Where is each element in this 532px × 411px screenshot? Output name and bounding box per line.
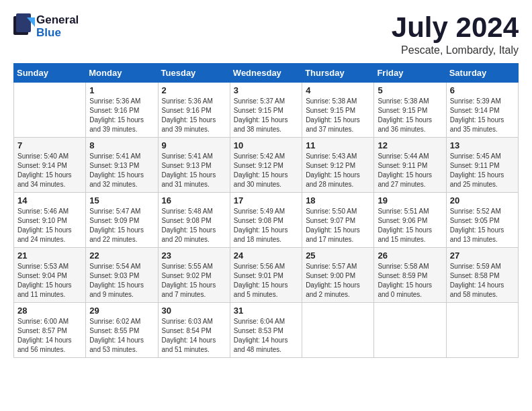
week-row-4: 21Sunrise: 5:53 AM Sunset: 9:04 PM Dayli…: [14, 248, 519, 303]
day-cell: 4Sunrise: 5:38 AM Sunset: 9:15 PM Daylig…: [302, 83, 374, 138]
day-number: 7: [17, 140, 82, 150]
day-cell: 5Sunrise: 5:38 AM Sunset: 9:15 PM Daylig…: [374, 83, 446, 138]
day-info: Sunrise: 5:39 AM Sunset: 9:14 PM Dayligh…: [450, 97, 515, 134]
day-info: Sunrise: 5:45 AM Sunset: 9:11 PM Dayligh…: [450, 152, 515, 189]
day-cell: 13Sunrise: 5:45 AM Sunset: 9:11 PM Dayli…: [446, 138, 518, 193]
day-cell: 25Sunrise: 5:57 AM Sunset: 9:00 PM Dayli…: [302, 248, 374, 303]
day-number: 6: [450, 85, 515, 95]
day-number: 5: [378, 85, 442, 95]
calendar-table: SundayMondayTuesdayWednesdayThursdayFrid…: [13, 63, 519, 358]
week-row-1: 1Sunrise: 5:36 AM Sunset: 9:16 PM Daylig…: [14, 83, 519, 138]
logo: General Blue: [13, 13, 79, 40]
day-cell: 29Sunrise: 6:02 AM Sunset: 8:55 PM Dayli…: [86, 303, 158, 358]
day-number: 29: [89, 306, 154, 316]
day-cell: 31Sunrise: 6:04 AM Sunset: 8:53 PM Dayli…: [230, 303, 302, 358]
day-number: 4: [306, 85, 370, 95]
day-number: 21: [17, 250, 82, 261]
calendar-body: 1Sunrise: 5:36 AM Sunset: 9:16 PM Daylig…: [14, 83, 519, 358]
day-cell: 19Sunrise: 5:51 AM Sunset: 9:06 PM Dayli…: [374, 193, 446, 248]
day-number: 2: [162, 85, 226, 95]
week-row-5: 28Sunrise: 6:00 AM Sunset: 8:57 PM Dayli…: [14, 303, 519, 358]
day-number: 20: [450, 195, 515, 205]
day-info: Sunrise: 5:37 AM Sunset: 9:15 PM Dayligh…: [234, 97, 298, 134]
day-number: 12: [378, 140, 442, 150]
day-info: Sunrise: 5:51 AM Sunset: 9:06 PM Dayligh…: [378, 207, 442, 244]
day-number: 17: [234, 195, 298, 205]
day-cell: 12Sunrise: 5:44 AM Sunset: 9:11 PM Dayli…: [374, 138, 446, 193]
day-info: Sunrise: 5:46 AM Sunset: 9:10 PM Dayligh…: [17, 207, 82, 244]
day-number: 19: [378, 195, 442, 205]
day-info: Sunrise: 5:59 AM Sunset: 8:58 PM Dayligh…: [450, 262, 515, 300]
day-number: 10: [234, 140, 298, 150]
day-cell: 30Sunrise: 6:03 AM Sunset: 8:54 PM Dayli…: [158, 303, 230, 358]
day-number: 25: [306, 250, 370, 261]
day-cell: 1Sunrise: 5:36 AM Sunset: 9:16 PM Daylig…: [86, 83, 158, 138]
title-area: July 2024 Pescate, Lombardy, Italy: [392, 13, 519, 56]
day-cell: 14Sunrise: 5:46 AM Sunset: 9:10 PM Dayli…: [14, 193, 86, 248]
day-cell: 2Sunrise: 5:36 AM Sunset: 9:16 PM Daylig…: [158, 83, 230, 138]
day-number: 16: [162, 195, 226, 205]
day-number: 23: [162, 250, 226, 261]
day-number: 27: [450, 250, 515, 261]
day-cell: 20Sunrise: 5:52 AM Sunset: 9:05 PM Dayli…: [446, 193, 518, 248]
day-cell: 15Sunrise: 5:47 AM Sunset: 9:09 PM Dayli…: [86, 193, 158, 248]
day-info: Sunrise: 5:54 AM Sunset: 9:03 PM Dayligh…: [89, 262, 154, 300]
day-cell: [302, 303, 374, 358]
day-info: Sunrise: 5:50 AM Sunset: 9:07 PM Dayligh…: [306, 207, 370, 244]
day-info: Sunrise: 5:41 AM Sunset: 9:13 PM Dayligh…: [162, 152, 226, 189]
month-title: July 2024: [392, 13, 519, 42]
day-number: 14: [17, 195, 82, 205]
day-info: Sunrise: 5:58 AM Sunset: 8:59 PM Dayligh…: [378, 262, 442, 300]
day-number: 13: [450, 140, 515, 150]
logo-blue: Blue: [36, 27, 79, 40]
day-cell: 3Sunrise: 5:37 AM Sunset: 9:15 PM Daylig…: [230, 83, 302, 138]
svg-rect-1: [16, 13, 31, 32]
day-cell: 28Sunrise: 6:00 AM Sunset: 8:57 PM Dayli…: [14, 303, 86, 358]
day-info: Sunrise: 6:00 AM Sunset: 8:57 PM Dayligh…: [17, 317, 82, 355]
day-cell: 11Sunrise: 5:43 AM Sunset: 9:12 PM Dayli…: [302, 138, 374, 193]
day-info: Sunrise: 5:48 AM Sunset: 9:08 PM Dayligh…: [162, 207, 226, 244]
column-header-friday: Friday: [374, 64, 446, 83]
day-number: 3: [234, 85, 298, 95]
location-title: Pescate, Lombardy, Italy: [392, 44, 519, 56]
day-cell: 24Sunrise: 5:56 AM Sunset: 9:01 PM Dayli…: [230, 248, 302, 303]
day-number: 28: [17, 306, 82, 316]
day-number: 18: [306, 195, 370, 205]
day-number: 9: [162, 140, 226, 150]
day-number: 8: [89, 140, 154, 150]
day-cell: 23Sunrise: 5:55 AM Sunset: 9:02 PM Dayli…: [158, 248, 230, 303]
day-number: 30: [162, 306, 226, 316]
day-info: Sunrise: 6:03 AM Sunset: 8:54 PM Dayligh…: [162, 317, 226, 355]
week-row-3: 14Sunrise: 5:46 AM Sunset: 9:10 PM Dayli…: [14, 193, 519, 248]
day-info: Sunrise: 5:52 AM Sunset: 9:05 PM Dayligh…: [450, 207, 515, 244]
day-cell: 22Sunrise: 5:54 AM Sunset: 9:03 PM Dayli…: [86, 248, 158, 303]
day-info: Sunrise: 5:43 AM Sunset: 9:12 PM Dayligh…: [306, 152, 370, 189]
day-cell: 7Sunrise: 5:40 AM Sunset: 9:14 PM Daylig…: [14, 138, 86, 193]
page-header: General Blue July 2024 Pescate, Lombardy…: [13, 13, 519, 56]
day-info: Sunrise: 5:42 AM Sunset: 9:12 PM Dayligh…: [234, 152, 298, 189]
day-cell: [446, 303, 518, 358]
day-number: 26: [378, 250, 442, 261]
column-header-saturday: Saturday: [446, 64, 518, 83]
day-info: Sunrise: 5:38 AM Sunset: 9:15 PM Dayligh…: [306, 97, 370, 134]
day-info: Sunrise: 6:04 AM Sunset: 8:53 PM Dayligh…: [234, 317, 298, 355]
day-info: Sunrise: 5:38 AM Sunset: 9:15 PM Dayligh…: [378, 97, 442, 134]
column-header-monday: Monday: [86, 64, 158, 83]
day-info: Sunrise: 5:56 AM Sunset: 9:01 PM Dayligh…: [234, 262, 298, 300]
column-header-wednesday: Wednesday: [230, 64, 302, 83]
day-info: Sunrise: 6:02 AM Sunset: 8:55 PM Dayligh…: [89, 317, 154, 355]
day-info: Sunrise: 5:36 AM Sunset: 9:16 PM Dayligh…: [162, 97, 226, 134]
week-row-2: 7Sunrise: 5:40 AM Sunset: 9:14 PM Daylig…: [14, 138, 519, 193]
column-header-sunday: Sunday: [14, 64, 86, 83]
logo-icon: [13, 13, 35, 38]
day-cell: 26Sunrise: 5:58 AM Sunset: 8:59 PM Dayli…: [374, 248, 446, 303]
calendar-header-row: SundayMondayTuesdayWednesdayThursdayFrid…: [14, 64, 519, 83]
day-cell: 21Sunrise: 5:53 AM Sunset: 9:04 PM Dayli…: [14, 248, 86, 303]
day-info: Sunrise: 5:41 AM Sunset: 9:13 PM Dayligh…: [89, 152, 154, 189]
day-number: 11: [306, 140, 370, 150]
day-info: Sunrise: 5:53 AM Sunset: 9:04 PM Dayligh…: [17, 262, 82, 300]
day-cell: 8Sunrise: 5:41 AM Sunset: 9:13 PM Daylig…: [86, 138, 158, 193]
column-header-thursday: Thursday: [302, 64, 374, 83]
day-number: 31: [234, 306, 298, 316]
day-info: Sunrise: 5:49 AM Sunset: 9:08 PM Dayligh…: [234, 207, 298, 244]
